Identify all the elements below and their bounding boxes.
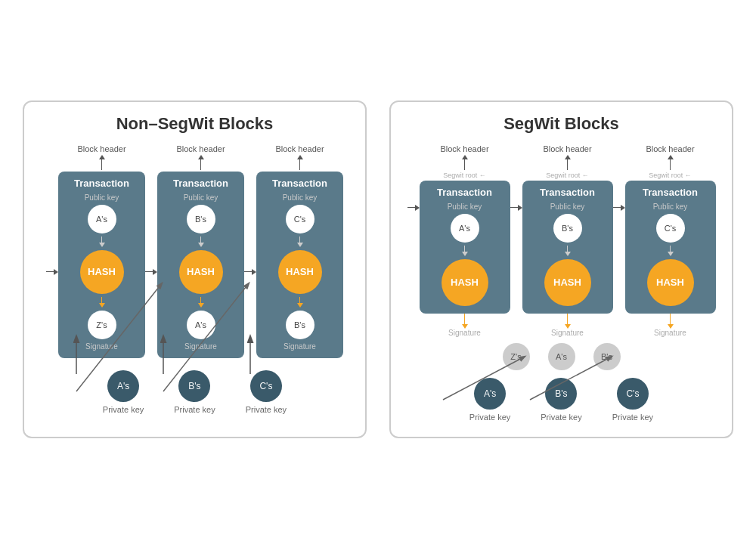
sw-arrow-up-2 xyxy=(668,155,674,170)
nonsegwit-private-section: A's Private key B's Private key C's Priv… xyxy=(33,370,356,414)
segwit-block-0: Block header Segwit root ← Transaction P… xyxy=(420,144,510,337)
sw-hash-circle-1: HASH xyxy=(544,259,591,306)
private-key-label-2: Private key xyxy=(246,405,287,414)
sw-pubkey-label-1: Public key xyxy=(550,203,585,211)
sw-pubkey-circle-2: C's xyxy=(656,214,685,243)
outside-sig-circle-2: B's xyxy=(593,343,621,370)
arrow-up-2 xyxy=(297,155,303,170)
segwit-title: SegWit Blocks xyxy=(400,114,723,134)
sw-arrow-down-pub-2 xyxy=(668,246,674,256)
block-header-label-2: Block header xyxy=(275,144,324,153)
hash-circle-1: HASH xyxy=(179,250,223,294)
sw-pubkey-circle-0: A's xyxy=(451,214,479,243)
sw-pubkey-label-0: Public key xyxy=(448,203,482,211)
private-key-circle-0: A's xyxy=(107,370,139,402)
arrow-down-hash-1 xyxy=(198,297,204,308)
sw-transaction-block-1: Transaction Public key B's HASH xyxy=(522,181,613,314)
sw-sig-label-2: Signature xyxy=(654,329,686,337)
sw-hash-circle-2: HASH xyxy=(647,259,694,306)
segwit-private-keys: A's Private key B's Private key C's Priv… xyxy=(400,378,723,422)
nonsegwit-section: Non–SegWit Blocks Block header Transacti… xyxy=(23,100,367,438)
arrow-down-pub-1 xyxy=(198,237,204,247)
private-key-label-1: Private key xyxy=(174,405,215,414)
sw-transaction-label-1: Transaction xyxy=(540,187,595,198)
outside-sigs-row: Z's A's B's xyxy=(400,343,723,370)
segwit-root-0: Segwit root ← xyxy=(443,172,486,179)
hash-circle-0: HASH xyxy=(80,250,124,294)
segwit-block-2: Block header Segwit root ← Transaction P… xyxy=(625,144,716,337)
arrow-down-hash-2 xyxy=(297,297,303,308)
transaction-label-1: Transaction xyxy=(173,178,228,189)
sw-arrow-out-2 xyxy=(668,314,674,329)
segwit-lower-section: Z's A's B's A's xyxy=(400,343,723,422)
sw-arrow-out-1 xyxy=(565,314,571,329)
arrow-down-hash-0 xyxy=(99,297,105,308)
arrow-up-1 xyxy=(198,155,204,170)
sw-private-key-label-0: Private key xyxy=(469,413,510,422)
nonsegwit-arrows-svg xyxy=(33,329,356,374)
sw-private-key-circle-0: A's xyxy=(474,378,506,410)
sw-private-key-item-2: C's Private key xyxy=(612,378,653,422)
private-key-circle-1: B's xyxy=(178,370,210,402)
sw-private-key-item-1: B's Private key xyxy=(541,378,581,422)
pubkey-circle-2: C's xyxy=(286,205,314,233)
sw-private-key-circle-1: B's xyxy=(545,378,577,410)
arrow-down-pub-0 xyxy=(99,237,105,247)
outside-sig-circle-1: A's xyxy=(548,343,575,370)
sw-transaction-label-0: Transaction xyxy=(437,187,492,198)
sw-block-header-label-0: Block header xyxy=(440,144,488,153)
sw-block-header-label-1: Block header xyxy=(543,144,591,153)
sw-arrow-down-pub-1 xyxy=(565,246,571,256)
sw-private-key-circle-2: C's xyxy=(617,378,649,410)
segwit-root-2: Segwit root ← xyxy=(649,172,692,179)
arrow-down-pub-2 xyxy=(297,237,303,247)
private-key-label-0: Private key xyxy=(103,405,144,414)
h-arrow-12 xyxy=(244,269,256,275)
sw-arrow-up-1 xyxy=(565,155,571,170)
sw-transaction-block-0: Transaction Public key A's HASH xyxy=(420,181,510,314)
pubkey-label-0: Public key xyxy=(85,193,119,202)
sw-sig-label-0: Signature xyxy=(448,329,481,337)
private-key-item-1: B's Private key xyxy=(174,370,215,414)
private-key-circle-2: C's xyxy=(250,370,282,402)
sw-private-key-item-0: A's Private key xyxy=(469,378,510,422)
block-header-label-1: Block header xyxy=(176,144,225,153)
sw-h-arrow-01 xyxy=(510,205,522,211)
segwit-block-1: Block header Segwit root ← Transaction P… xyxy=(522,144,613,337)
hash-circle-2: HASH xyxy=(278,250,322,294)
arrow-up-0 xyxy=(99,155,105,170)
pubkey-label-2: Public key xyxy=(283,193,318,202)
outside-sig-circle-0: Z's xyxy=(503,343,530,370)
outside-sig-1: A's xyxy=(548,343,575,370)
segwit-root-1: Segwit root ← xyxy=(546,172,589,179)
sw-block-header-label-2: Block header xyxy=(646,144,694,153)
sw-private-key-label-2: Private key xyxy=(612,413,653,422)
sw-arrow-down-pub-0 xyxy=(462,246,468,256)
sw-h-arrow-12 xyxy=(613,205,625,211)
nonsegwit-block-0: Block header Transaction Public key A's xyxy=(58,144,145,358)
sw-pubkey-circle-1: B's xyxy=(553,214,582,243)
segwit-section: SegWit Blocks Block header Segwit root ←… xyxy=(389,100,733,438)
sw-transaction-label-2: Transaction xyxy=(643,187,698,198)
transaction-label-0: Transaction xyxy=(74,178,129,189)
outside-sig-0: Z's xyxy=(503,343,530,370)
sw-pubkey-label-2: Public key xyxy=(653,203,688,211)
nonsegwit-title: Non–SegWit Blocks xyxy=(33,114,356,134)
block-header-label-0: Block header xyxy=(77,144,125,153)
sw-sig-label-1: Signature xyxy=(551,329,584,337)
nonsegwit-private-keys: A's Private key B's Private key C's Priv… xyxy=(33,370,356,414)
outside-sig-2: B's xyxy=(593,343,621,370)
sw-arrow-up-0 xyxy=(462,155,468,170)
sw-hash-circle-0: HASH xyxy=(442,259,488,306)
private-key-item-2: C's Private key xyxy=(246,370,287,414)
pubkey-circle-1: B's xyxy=(187,205,215,233)
h-arrow-01 xyxy=(145,269,157,275)
pubkey-label-1: Public key xyxy=(184,193,218,202)
nonsegwit-block-2: Block header Transaction Public key C's xyxy=(256,144,343,358)
sw-private-key-label-1: Private key xyxy=(541,413,581,422)
main-container: Non–SegWit Blocks Block header Transacti… xyxy=(8,85,748,453)
sw-transaction-block-2: Transaction Public key C's HASH xyxy=(625,181,716,314)
pubkey-circle-0: A's xyxy=(88,205,116,233)
transaction-label-2: Transaction xyxy=(272,178,327,189)
nonsegwit-block-1: Block header Transaction Public key B's xyxy=(157,144,244,358)
